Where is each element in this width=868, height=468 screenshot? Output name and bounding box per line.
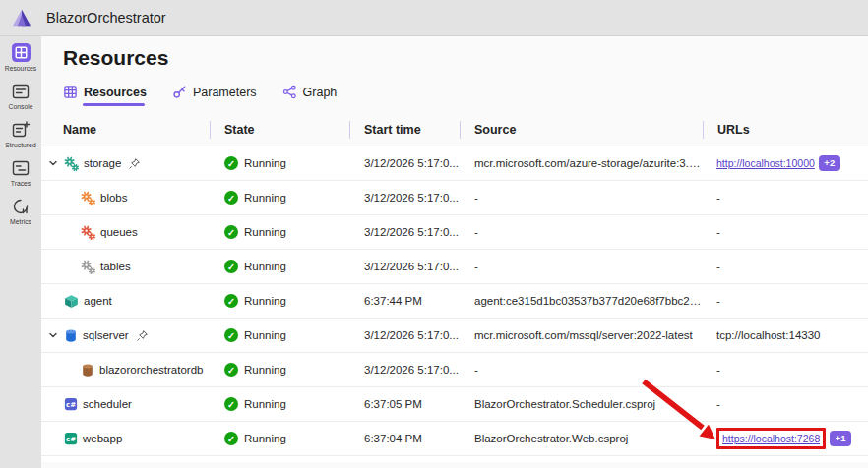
source-cell: - bbox=[460, 226, 703, 238]
running-check-icon: ✓ bbox=[224, 294, 238, 308]
name-cell: c#scheduler bbox=[41, 397, 210, 411]
table-row[interactable]: tables✓Running3/12/2026 5:17:0...-- bbox=[41, 250, 868, 284]
column-header-urls: URLs bbox=[703, 114, 868, 146]
url-count-badge[interactable]: +1 bbox=[830, 431, 851, 446]
chevron-down-icon[interactable] bbox=[47, 158, 59, 168]
top-bar: BlazorOrchestrator bbox=[0, 0, 868, 36]
table-row[interactable]: storage✓Running3/12/2026 5:17:0...mcr.mi… bbox=[41, 146, 868, 181]
main-content: Resources ResourcesParametersGraph NameS… bbox=[41, 36, 868, 468]
source-cell: mcr.microsoft.com/mssql/server:2022-late… bbox=[460, 329, 703, 341]
sidebar-item-label: Console bbox=[9, 103, 33, 110]
table-row[interactable]: sqlserver✓Running3/12/2026 5:17:0...mcr.… bbox=[41, 319, 868, 353]
table-row[interactable]: c#webapp✓Running6:37:04 PMBlazorOrchestr… bbox=[41, 422, 868, 456]
csharp-project-green-icon: c# bbox=[64, 432, 78, 445]
graph-icon bbox=[282, 85, 297, 99]
sidebar-item-label: Metrics bbox=[10, 218, 31, 225]
column-header-name: Name bbox=[41, 114, 210, 146]
state-label: Running bbox=[244, 157, 286, 169]
sidebar-item-structured[interactable]: Structured bbox=[0, 119, 41, 148]
resource-url-text: tcp://localhost:14330 bbox=[716, 329, 821, 341]
source-cell: - bbox=[460, 261, 703, 272]
name-cell: agent bbox=[41, 294, 210, 309]
table-row[interactable]: blazororchestratordb✓Running3/12/2026 5:… bbox=[41, 353, 868, 387]
console-icon bbox=[11, 81, 31, 101]
sidebar-item-traces[interactable]: Traces bbox=[0, 157, 41, 187]
state-label: Running bbox=[244, 398, 286, 410]
start-time-cell: 3/12/2026 5:17:0... bbox=[349, 226, 460, 238]
state-label: Running bbox=[244, 261, 286, 272]
resource-name: tables bbox=[100, 261, 131, 272]
state-cell: ✓Running bbox=[210, 225, 349, 239]
tab-label: Parameters bbox=[193, 86, 257, 99]
resource-name: storage bbox=[84, 157, 121, 169]
key-icon bbox=[172, 85, 187, 99]
tab-label: Resources bbox=[84, 86, 147, 99]
url-count-badge[interactable]: +2 bbox=[819, 155, 840, 171]
tab-parameters[interactable]: Parameters bbox=[172, 85, 257, 106]
tab-graph[interactable]: Graph bbox=[282, 85, 338, 106]
pin-icon[interactable] bbox=[128, 157, 141, 170]
database-brown-icon bbox=[81, 363, 94, 378]
start-time-cell: 3/12/2026 5:17:0... bbox=[349, 329, 460, 341]
state-label: Running bbox=[244, 295, 286, 307]
gears-teal-icon bbox=[64, 156, 79, 171]
state-cell: ✓Running bbox=[210, 191, 349, 205]
container-cube-icon bbox=[64, 294, 79, 309]
gears-gray-icon bbox=[81, 260, 95, 274]
table-row[interactable]: c#scheduler✓Running6:37:05 PMBlazorOrche… bbox=[41, 387, 868, 422]
start-time-cell: 6:37:05 PM bbox=[349, 398, 460, 410]
tab-bar: ResourcesParametersGraph bbox=[63, 85, 868, 106]
table-header-row: NameStateStart timeSourceURLs bbox=[41, 114, 868, 146]
start-time-cell: 3/12/2026 5:17:0... bbox=[349, 261, 460, 272]
source-cell: - bbox=[460, 364, 703, 376]
sidebar-item-console[interactable]: Console bbox=[0, 81, 41, 110]
table-row[interactable]: blobs✓Running3/12/2026 5:17:0...-- bbox=[41, 181, 868, 215]
source-cell: BlazorOrchestrator.Scheduler.csproj bbox=[460, 398, 703, 410]
partial-next-row bbox=[41, 456, 868, 462]
urls-cell: - bbox=[703, 295, 868, 307]
source-cell: - bbox=[460, 192, 703, 204]
svg-text:c#: c# bbox=[66, 401, 76, 409]
table-row[interactable]: agent✓Running6:37:44 PMagent:ce315d1bc03… bbox=[41, 284, 868, 319]
state-cell: ✓Running bbox=[210, 363, 349, 377]
sidebar-item-resources[interactable]: Resources bbox=[0, 42, 41, 72]
column-header-start-time: Start time bbox=[349, 114, 460, 146]
aspire-logo-icon bbox=[11, 8, 32, 28]
urls-cell: https://localhost:7268+1 bbox=[703, 428, 868, 449]
traces-icon bbox=[11, 157, 31, 178]
urls-cell: - bbox=[703, 226, 868, 238]
name-cell: tables bbox=[41, 260, 210, 274]
gears-orange-icon bbox=[81, 191, 95, 205]
resource-url-link[interactable]: http://localhost:10000 bbox=[716, 157, 815, 169]
urls-cell: - bbox=[703, 192, 868, 204]
sidebar-item-metrics[interactable]: Metrics bbox=[0, 196, 41, 225]
urls-cell: - bbox=[703, 261, 868, 272]
resource-url-text: - bbox=[716, 364, 720, 376]
resource-url-text: - bbox=[716, 192, 720, 204]
running-check-icon: ✓ bbox=[224, 191, 238, 205]
tab-resources[interactable]: Resources bbox=[63, 85, 147, 106]
running-check-icon: ✓ bbox=[224, 397, 238, 411]
source-cell: agent:ce315d1bc03537b377d20e68f7bbc2de11… bbox=[460, 295, 703, 307]
state-label: Running bbox=[244, 192, 286, 204]
state-label: Running bbox=[244, 226, 286, 238]
chevron-down-icon[interactable] bbox=[47, 330, 59, 340]
running-check-icon: ✓ bbox=[224, 328, 238, 342]
column-header-source: Source bbox=[460, 114, 703, 146]
tab-label: Graph bbox=[303, 86, 338, 99]
source-cell: BlazorOrchestrator.Web.csproj bbox=[460, 433, 703, 444]
state-cell: ✓Running bbox=[210, 156, 349, 170]
pin-icon[interactable] bbox=[136, 329, 149, 342]
name-cell: c#webapp bbox=[41, 432, 210, 445]
start-time-cell: 3/12/2026 5:17:0... bbox=[349, 192, 460, 204]
resource-url-link[interactable]: https://localhost:7268 bbox=[722, 433, 820, 444]
state-label: Running bbox=[244, 329, 286, 341]
running-check-icon: ✓ bbox=[224, 225, 238, 239]
state-cell: ✓Running bbox=[210, 260, 349, 273]
state-cell: ✓Running bbox=[210, 294, 349, 308]
source-cell: mcr.microsoft.com/azure-storage/azurite:… bbox=[460, 157, 703, 169]
running-check-icon: ✓ bbox=[224, 432, 238, 445]
state-label: Running bbox=[244, 433, 286, 444]
csharp-project-blue-icon: c# bbox=[64, 397, 78, 411]
table-row[interactable]: queues✓Running3/12/2026 5:17:0...-- bbox=[41, 215, 868, 250]
